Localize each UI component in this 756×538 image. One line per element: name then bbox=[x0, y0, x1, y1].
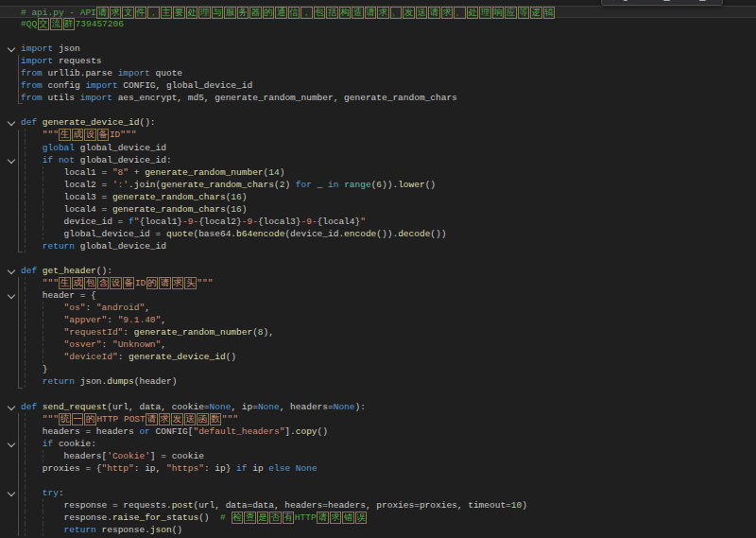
code-area[interactable]: # api.py - API请求文件，主要处理与服务器的通信，包括构造请求、发送… bbox=[0, 6, 756, 536]
code-line[interactable]: "os": "android", bbox=[0, 302, 756, 314]
code-line[interactable]: if not global_device_id: bbox=[0, 154, 756, 166]
code-token: local1 = bbox=[21, 167, 112, 178]
code-line[interactable]: def get_header(): bbox=[0, 265, 756, 277]
code-line[interactable]: } bbox=[0, 363, 756, 375]
fold-chevron-icon[interactable] bbox=[8, 439, 15, 446]
code-line[interactable]: proxies = {"http": ip, "https": ip} if i… bbox=[0, 462, 756, 475]
indent-guide bbox=[25, 154, 26, 166]
fold-chevron-icon[interactable] bbox=[8, 44, 15, 52]
indent-guide bbox=[25, 142, 26, 154]
unicode-highlight-box: 的 bbox=[146, 277, 159, 289]
code-line[interactable]: local4 = generate_random_chars(16) bbox=[0, 203, 756, 216]
code-token: "appver" bbox=[64, 315, 108, 325]
code-line[interactable]: device_id = f"{local1}-9-{local2}-9-{loc… bbox=[0, 216, 756, 228]
code-token: , bbox=[161, 339, 166, 350]
code-line[interactable]: global_device_id = quote(base64.b64encod… bbox=[0, 228, 756, 240]
unicode-highlight-box: 发 bbox=[403, 7, 415, 19]
unicode-highlight-box: 有 bbox=[283, 512, 295, 524]
code-token: "9.1.40" bbox=[118, 315, 162, 325]
code-line[interactable]: global global_device_id bbox=[0, 142, 756, 154]
fold-chevron-icon[interactable] bbox=[8, 489, 15, 496]
fold-chevron-icon[interactable] bbox=[8, 155, 15, 163]
code-token: + bbox=[129, 167, 145, 178]
indent-guide bbox=[43, 216, 43, 228]
code-token: 'Cookie' bbox=[107, 451, 150, 461]
unicode-highlight-box: 求 bbox=[110, 7, 122, 19]
code-token: -9- bbox=[301, 217, 317, 227]
indent-guide bbox=[43, 179, 43, 191]
code-token: ), bbox=[264, 327, 274, 338]
indent-guide bbox=[25, 289, 26, 302]
symbol-overlay-label: generate_device_id bbox=[623, 0, 713, 1]
code-token: _ bbox=[312, 180, 328, 190]
code-line[interactable]: "deviceId": generate_device_id() bbox=[0, 351, 756, 363]
code-line[interactable]: import requests bbox=[0, 55, 756, 67]
code-line[interactable]: local2 = ':'.join(generate_random_chars(… bbox=[0, 179, 756, 191]
code-token: (): bbox=[96, 266, 112, 276]
code-line[interactable]: local3 = generate_random_chars(16) bbox=[0, 191, 756, 203]
unicode-highlight-box: 的 bbox=[84, 413, 96, 425]
fold-chevron-icon[interactable] bbox=[8, 267, 15, 274]
code-line[interactable]: def generate_device_id(): bbox=[0, 116, 756, 129]
code-line[interactable]: local1 = "8" + generate_random_number(14… bbox=[0, 166, 756, 179]
indent-guide bbox=[25, 462, 26, 475]
code-token: lower bbox=[398, 180, 425, 190]
indent-guide bbox=[25, 302, 26, 314]
code-token: decode bbox=[398, 229, 430, 239]
unicode-highlight-box: 成 bbox=[72, 129, 84, 141]
code-line[interactable]: import json bbox=[0, 43, 756, 55]
code-token: None bbox=[258, 402, 280, 412]
fold-chevron-icon[interactable] bbox=[8, 118, 15, 126]
code-line[interactable]: from urllib.parse import quote bbox=[0, 67, 756, 79]
code-line[interactable] bbox=[0, 30, 756, 43]
code-token: : bbox=[118, 352, 129, 362]
code-line[interactable]: "requestId": generate_random_number(8), bbox=[0, 326, 756, 338]
code-line[interactable]: # api.py - API请求文件，主要处理与服务器的通信，包括构造请求、发送… bbox=[0, 6, 756, 18]
code-token: def bbox=[21, 117, 37, 128]
unicode-highlight-box: 误 bbox=[355, 512, 368, 524]
code-line[interactable]: headers['Cookie'] = cookie bbox=[0, 450, 756, 462]
code-token: " bbox=[360, 217, 366, 227]
code-line[interactable]: "appver": "9.1.40", bbox=[0, 314, 756, 326]
code-token: send_request bbox=[43, 402, 107, 412]
code-line[interactable]: if cookie: bbox=[0, 438, 756, 450]
code-line[interactable] bbox=[0, 388, 756, 400]
unicode-highlight-box: 送 bbox=[184, 413, 197, 425]
code-token: (url, data=data, headers=headers, proxie… bbox=[193, 500, 510, 511]
code-token: generate_device_id bbox=[129, 352, 226, 362]
fold-chevron-icon[interactable] bbox=[8, 291, 15, 299]
code-line[interactable]: try: bbox=[0, 487, 756, 499]
indent-guide bbox=[43, 499, 43, 512]
unicode-highlight-box: ， bbox=[301, 7, 313, 19]
code-token: quote bbox=[150, 68, 182, 78]
code-line[interactable]: response = requests.post(url, data=data,… bbox=[0, 499, 756, 512]
code-token: generate_random_number bbox=[134, 327, 252, 338]
unicode-highlight-box: 处 bbox=[467, 7, 479, 19]
indent-guide bbox=[25, 413, 26, 425]
code-token: global_device_id: bbox=[75, 155, 172, 165]
code-line[interactable]: "osver": "Unknown", bbox=[0, 338, 756, 351]
code-line[interactable] bbox=[0, 475, 756, 487]
code-token: )). bbox=[382, 180, 398, 190]
indent-guide bbox=[25, 191, 26, 203]
code-line[interactable]: response.raise_for_status() # 检查是否有HTTP请… bbox=[0, 512, 756, 524]
code-line[interactable]: from utils import aes_encrypt, md5, gene… bbox=[0, 92, 756, 104]
code-line[interactable]: return global_device_id bbox=[0, 240, 756, 252]
code-line[interactable] bbox=[0, 104, 756, 116]
code-line[interactable]: def send_request(url, data, cookie=None,… bbox=[0, 401, 756, 413]
code-line[interactable]: return response.json() bbox=[0, 524, 756, 536]
code-line[interactable]: #QQ交流群739457206 bbox=[0, 18, 756, 30]
code-line[interactable]: return json.dumps(header) bbox=[0, 375, 756, 388]
code-line[interactable]: header = { bbox=[0, 289, 756, 302]
fold-chevron-icon[interactable] bbox=[8, 402, 15, 409]
code-line[interactable]: """统一的HTTP POST请求发送函数""" bbox=[0, 413, 756, 425]
code-token: global bbox=[43, 143, 75, 153]
unicode-highlight-box: 含 bbox=[97, 277, 110, 289]
code-line[interactable] bbox=[0, 252, 756, 265]
code-line[interactable]: headers = headers or CONFIG["default_hea… bbox=[0, 425, 756, 438]
code-line[interactable]: """生成设备ID""" bbox=[0, 129, 756, 141]
symbol-overlay[interactable]: generate_device_id bbox=[601, 0, 723, 6]
unicode-highlight-box: 包 bbox=[84, 277, 96, 289]
code-line[interactable]: from config import CONFIG, global_device… bbox=[0, 79, 756, 92]
code-line[interactable]: """生成包含设备ID的请求头""" bbox=[0, 277, 756, 289]
